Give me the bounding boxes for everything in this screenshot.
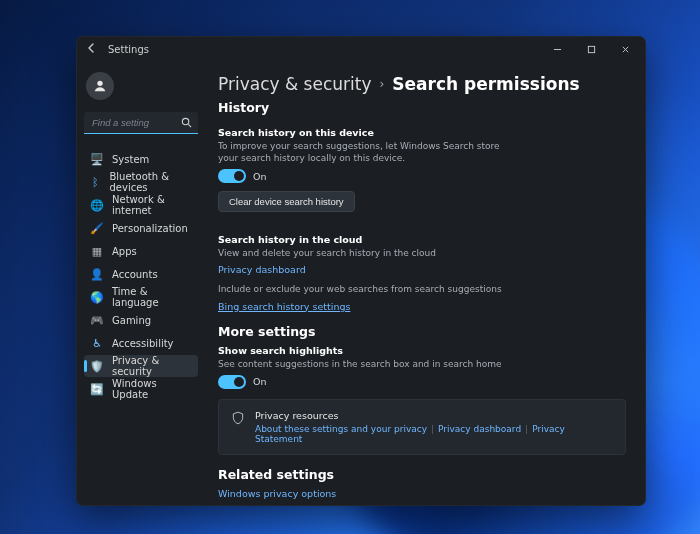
sidebar-item-label: Apps — [112, 246, 137, 257]
search-highlights-desc: See content suggestions in the search bo… — [218, 358, 518, 370]
search-history-device-desc: To improve your search suggestions, let … — [218, 140, 518, 164]
sidebar-item-time-language[interactable]: 🌎Time & language — [84, 286, 198, 308]
sidebar-item-apps[interactable]: ▦Apps — [84, 240, 198, 262]
more-settings-heading: More settings — [218, 324, 626, 339]
minimize-button[interactable] — [540, 36, 574, 62]
clear-device-history-button[interactable]: Clear device search history — [218, 191, 355, 212]
search-history-device-toggle[interactable] — [218, 169, 246, 183]
chevron-right-icon: › — [380, 77, 385, 91]
breadcrumb: Privacy & security › Search permissions — [218, 74, 626, 94]
sidebar-item-accessibility[interactable]: ♿Accessibility — [84, 332, 198, 354]
nav-icon: 🌐 — [90, 200, 104, 211]
sidebar-item-windows-update[interactable]: 🔄Windows Update — [84, 378, 198, 400]
svg-rect-0 — [588, 46, 594, 52]
sidebar-item-label: Accounts — [112, 269, 158, 280]
shield-icon — [231, 411, 245, 427]
search-history-cloud-desc: View and delete your search history in t… — [218, 247, 518, 259]
search-highlights-title: Show search highlights — [218, 345, 626, 356]
search-history-device-title: Search history on this device — [218, 127, 626, 138]
svg-point-1 — [97, 81, 102, 86]
bing-history-link[interactable]: Bing search history settings — [218, 301, 626, 312]
nav-icon: 🎮 — [90, 315, 104, 326]
nav-icon: 🖥️ — [90, 154, 104, 165]
nav-icon: 🛡️ — [90, 361, 104, 372]
title-bar: Settings — [76, 36, 646, 62]
privacy-resources-card: Privacy resources About these settings a… — [218, 399, 626, 455]
search-field — [84, 112, 198, 134]
sidebar-item-label: System — [112, 154, 149, 165]
settings-window: Settings 🖥️SystemᛒBluetooth & devices🌐Ne… — [76, 36, 646, 506]
search-icon — [181, 117, 192, 130]
sidebar-item-label: Windows Update — [112, 378, 192, 400]
nav-icon: 👤 — [90, 269, 104, 280]
history-heading: History — [218, 100, 626, 115]
sidebar: 🖥️SystemᛒBluetooth & devices🌐Network & i… — [76, 62, 206, 506]
sidebar-item-system[interactable]: 🖥️System — [84, 148, 198, 170]
breadcrumb-root[interactable]: Privacy & security — [218, 74, 372, 94]
web-searches-desc: Include or exclude your web searches fro… — [218, 283, 518, 295]
nav: 🖥️SystemᛒBluetooth & devices🌐Network & i… — [84, 148, 198, 400]
sidebar-item-personalization[interactable]: 🖌️Personalization — [84, 217, 198, 239]
sidebar-item-label: Gaming — [112, 315, 151, 326]
main-content: Privacy & security › Search permissions … — [206, 62, 646, 506]
svg-point-2 — [182, 118, 188, 124]
sidebar-item-label: Privacy & security — [112, 355, 192, 377]
about-settings-link[interactable]: About these settings and your privacy — [255, 424, 427, 434]
sidebar-item-label: Network & internet — [112, 194, 192, 216]
nav-icon: ♿ — [90, 338, 104, 349]
windows-privacy-options-link[interactable]: Windows privacy options — [218, 488, 626, 499]
breadcrumb-leaf: Search permissions — [392, 74, 579, 94]
close-button[interactable] — [608, 36, 642, 62]
nav-icon: ᛒ — [90, 177, 101, 188]
search-history-cloud-title: Search history in the cloud — [218, 234, 626, 245]
search-highlights-toggle-label: On — [253, 376, 267, 387]
user-avatar[interactable] — [86, 72, 114, 100]
sidebar-item-privacy-security[interactable]: 🛡️Privacy & security — [84, 355, 198, 377]
search-highlights-toggle[interactable] — [218, 375, 246, 389]
back-button[interactable] — [86, 42, 98, 56]
privacy-resources-title: Privacy resources — [255, 410, 613, 421]
app-title: Settings — [108, 44, 149, 55]
search-history-device-toggle-label: On — [253, 171, 267, 182]
privacy-dashboard-link[interactable]: Privacy dashboard — [218, 264, 626, 275]
sidebar-item-accounts[interactable]: 👤Accounts — [84, 263, 198, 285]
sidebar-item-label: Bluetooth & devices — [109, 171, 192, 193]
nav-icon: 🔄 — [90, 384, 104, 395]
nav-icon: 🌎 — [90, 292, 104, 303]
sidebar-item-network-internet[interactable]: 🌐Network & internet — [84, 194, 198, 216]
nav-icon: 🖌️ — [90, 223, 104, 234]
sidebar-item-label: Time & language — [112, 286, 192, 308]
sidebar-item-label: Accessibility — [112, 338, 174, 349]
privacy-dashboard-card-link[interactable]: Privacy dashboard — [438, 424, 521, 434]
maximize-button[interactable] — [574, 36, 608, 62]
sidebar-item-bluetooth-devices[interactable]: ᛒBluetooth & devices — [84, 171, 198, 193]
sidebar-item-label: Personalization — [112, 223, 188, 234]
sidebar-item-gaming[interactable]: 🎮Gaming — [84, 309, 198, 331]
related-settings-heading: Related settings — [218, 467, 626, 482]
nav-icon: ▦ — [90, 246, 104, 257]
